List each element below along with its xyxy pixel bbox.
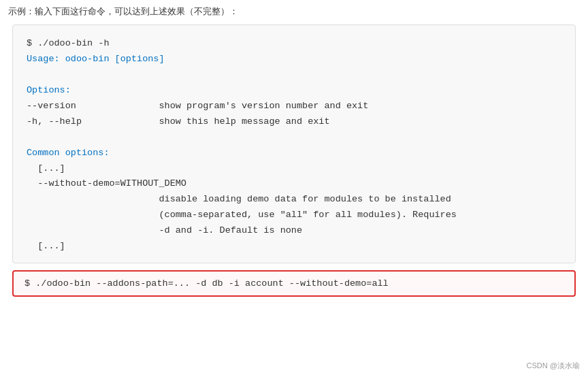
- footer: CSDN @淡水瑜: [527, 361, 580, 371]
- code-line-7: [...]: [27, 161, 561, 177]
- code-line-1: $ ./odoo-bin -h: [27, 36, 561, 52]
- code-line-2: Usage: odoo-bin [options]: [27, 52, 561, 67]
- code-line-4: --version show program's version number …: [27, 99, 561, 114]
- code-line-9: disable loading demo data for modules to…: [27, 192, 561, 208]
- code-line-8: --without-demo=WITHOUT_DEMO: [27, 176, 561, 192]
- code-line-5: -h, --help show this help message and ex…: [27, 114, 561, 130]
- code-block: $ ./odoo-bin -h Usage: odoo-bin [options…: [12, 25, 576, 263]
- code-line-6: Common options:: [27, 146, 561, 161]
- footer-author: @淡水瑜: [550, 361, 580, 370]
- code-line-10: (comma-separated, use "all" for all modu…: [27, 208, 561, 223]
- code-line-12: [...]: [27, 239, 561, 255]
- code-empty-1: [27, 67, 561, 83]
- top-label: 示例：输入下面这行命令，可以达到上述效果（不完整）：: [0, 0, 588, 22]
- code-line-3: Options:: [27, 83, 561, 99]
- highlighted-command-text: $ ./odoo-bin --addons-path=... -d db -i …: [24, 278, 564, 289]
- page-container: 示例：输入下面这行命令，可以达到上述效果（不完整）： $ ./odoo-bin …: [0, 0, 588, 375]
- code-empty-2: [27, 130, 561, 146]
- code-line-11: -d and -i. Default is none: [27, 223, 561, 239]
- highlighted-command-block: $ ./odoo-bin --addons-path=... -d db -i …: [12, 270, 576, 297]
- footer-brand: CSDN: [527, 361, 548, 370]
